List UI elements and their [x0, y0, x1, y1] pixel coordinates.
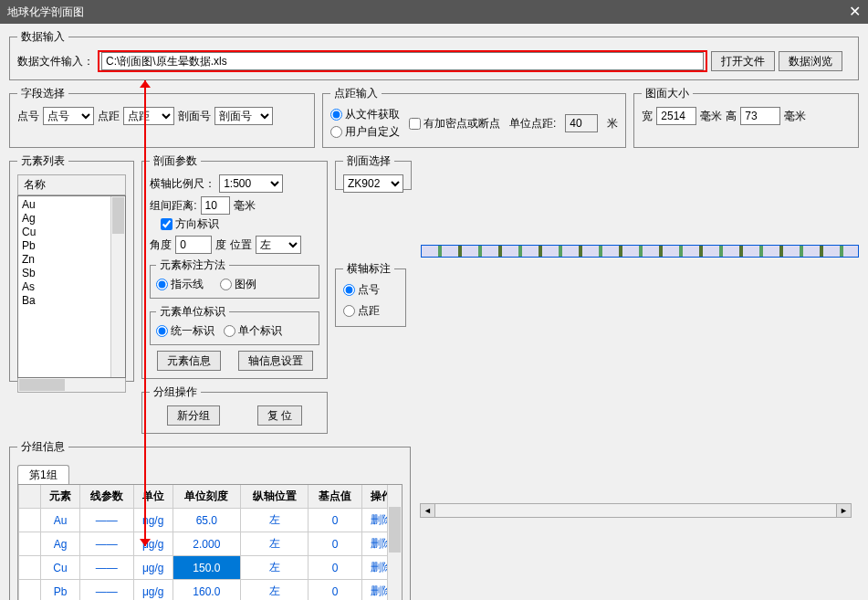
- height-unit: 毫米: [784, 109, 806, 124]
- axis-info-button[interactable]: 轴信息设置: [238, 351, 313, 371]
- dist-label: 点距: [98, 109, 120, 124]
- haxis-pointno-radio[interactable]: 点号: [343, 283, 380, 296]
- section-label: 剖面号: [178, 109, 211, 124]
- height-input[interactable]: [740, 107, 780, 125]
- list-item[interactable]: As: [22, 280, 121, 294]
- mark-line-radio[interactable]: 指示线: [156, 277, 204, 292]
- preview-hscroll[interactable]: ◄ ►: [420, 503, 852, 518]
- width-label: 宽: [642, 109, 653, 124]
- cell-base[interactable]: 0: [309, 532, 362, 556]
- cell-lineparam[interactable]: ——: [80, 532, 134, 556]
- group-info-legend: 分组信息: [17, 439, 68, 455]
- cell-elem[interactable]: Ag: [41, 532, 80, 556]
- pointno-select[interactable]: 点号: [43, 107, 94, 125]
- hscale-select[interactable]: 1:500: [219, 174, 283, 193]
- elem-info-button[interactable]: 元素信息: [157, 351, 221, 371]
- cell-unit[interactable]: μg/g: [133, 532, 173, 556]
- open-file-button[interactable]: 打开文件: [711, 51, 775, 71]
- group-ops-legend: 分组操作: [150, 384, 201, 400]
- mark-method-group: 元素标注方法 指示线 图例: [150, 258, 319, 299]
- unit-unified-radio[interactable]: 统一标识: [156, 323, 214, 339]
- element-list-group: 元素列表 名称 Au Ag Cu Pb Zn Sb As Ba: [9, 153, 134, 382]
- list-item[interactable]: Sb: [22, 267, 121, 280]
- angle-label: 角度: [150, 237, 172, 253]
- data-input-legend: 数据输入: [17, 29, 68, 45]
- unit-mark-legend: 元素单位标识: [156, 304, 229, 320]
- dist-select[interactable]: 点距: [123, 107, 174, 125]
- cell-scale[interactable]: 65.0: [173, 509, 240, 532]
- cell-unit[interactable]: μg/g: [133, 556, 173, 580]
- grp-dist-input[interactable]: [201, 196, 230, 215]
- chevron-left-icon[interactable]: ◄: [421, 504, 435, 517]
- cell-base[interactable]: 0: [309, 580, 362, 601]
- cell-elem[interactable]: Pb: [41, 580, 80, 601]
- section-select-legend: 剖面选择: [343, 153, 394, 169]
- group-info-group: 分组信息 第1组 元素 线参数 单位 单位刻度 纵轴位置 基点值 操作 Au——…: [9, 439, 411, 600]
- cell-ypos[interactable]: 左: [240, 556, 308, 580]
- unit-dist-input: [565, 114, 598, 132]
- close-icon[interactable]: ✕: [849, 0, 861, 24]
- group-ops-group: 分组操作 新分组 复 位: [141, 384, 328, 434]
- mark-legend-radio[interactable]: 图例: [220, 277, 256, 292]
- list-item[interactable]: Au: [22, 198, 121, 212]
- grp-dist-label: 组间距离:: [150, 198, 196, 214]
- group-table: 元素 线参数 单位 单位刻度 纵轴位置 基点值 操作 Au——ng/g65.0左…: [18, 485, 402, 600]
- pos-label: 位置: [230, 237, 252, 253]
- cell-scale[interactable]: 160.0: [173, 580, 240, 601]
- section-select[interactable]: 剖面号: [214, 107, 273, 125]
- unit-single-radio[interactable]: 单个标识: [224, 323, 282, 339]
- new-group-button[interactable]: 新分组: [167, 405, 220, 426]
- width-input[interactable]: [656, 107, 696, 125]
- cell-lineparam[interactable]: ——: [80, 556, 134, 580]
- dir-mark-checkbox[interactable]: 方向标识: [161, 216, 311, 232]
- list-item[interactable]: Cu: [22, 226, 121, 239]
- cell-unit[interactable]: μg/g: [133, 580, 173, 601]
- cell-unit[interactable]: ng/g: [133, 509, 173, 532]
- table-row[interactable]: Ag——μg/g2.000左0删除: [19, 532, 402, 556]
- element-list-vscroll[interactable]: [110, 196, 125, 377]
- pos-select[interactable]: 左: [256, 236, 301, 254]
- section-params-legend: 剖面参数: [150, 153, 201, 169]
- window-title: 地球化学剖面图: [7, 0, 84, 24]
- data-file-input[interactable]: [101, 52, 704, 70]
- table-row[interactable]: Au——ng/g65.0左0删除: [19, 509, 402, 532]
- cell-base[interactable]: 0: [309, 509, 362, 532]
- angle-input[interactable]: [175, 236, 212, 254]
- cell-ypos[interactable]: 左: [240, 580, 308, 601]
- section-select-group: 剖面选择 ZK902: [335, 153, 412, 190]
- cell-lineparam[interactable]: ——: [80, 580, 134, 601]
- cell-base[interactable]: 0: [309, 556, 362, 580]
- titlebar: 地球化学剖面图 ✕: [0, 0, 868, 24]
- unit-mark-group: 元素单位标识 统一标识 单个标识: [150, 304, 319, 345]
- data-input-group: 数据输入 数据文件输入： 打开文件 数据浏览: [9, 29, 859, 80]
- browse-data-button[interactable]: 数据浏览: [779, 51, 842, 71]
- table-row[interactable]: Cu——μg/g150.0左0删除: [19, 556, 402, 580]
- section-value-select[interactable]: ZK902: [343, 174, 403, 193]
- angle-unit: 度: [215, 237, 226, 253]
- cell-scale[interactable]: 150.0: [173, 556, 240, 580]
- chevron-right-icon[interactable]: ►: [836, 504, 851, 517]
- group-table-vscroll[interactable]: [387, 485, 402, 600]
- cell-ypos[interactable]: 左: [240, 509, 308, 532]
- from-file-radio[interactable]: 从文件获取: [330, 107, 400, 122]
- cell-scale[interactable]: 2.000: [173, 532, 240, 556]
- list-item[interactable]: Zn: [22, 253, 121, 267]
- user-def-radio[interactable]: 用户自定义: [330, 124, 400, 140]
- element-listbox[interactable]: Au Ag Cu Pb Zn Sb As Ba: [17, 195, 126, 378]
- dense-checkbox[interactable]: 有加密点或断点: [409, 116, 500, 132]
- table-row[interactable]: Pb——μg/g160.0左0删除: [19, 580, 402, 601]
- tab-group1[interactable]: 第1组: [17, 465, 69, 485]
- list-item[interactable]: Ba: [22, 294, 121, 308]
- list-item[interactable]: Pb: [22, 239, 121, 253]
- unit-dist-unit: 米: [607, 116, 618, 132]
- element-list-hscroll[interactable]: [17, 378, 126, 393]
- element-list-legend: 元素列表: [17, 153, 68, 169]
- haxis-dist-radio[interactable]: 点距: [343, 304, 380, 317]
- preview-area: [413, 153, 859, 439]
- cell-elem[interactable]: Au: [41, 509, 80, 532]
- reset-group-button[interactable]: 复 位: [257, 405, 302, 426]
- cell-elem[interactable]: Cu: [41, 556, 80, 580]
- list-item[interactable]: Ag: [22, 212, 121, 226]
- cell-ypos[interactable]: 左: [240, 532, 308, 556]
- cell-lineparam[interactable]: ——: [80, 509, 134, 532]
